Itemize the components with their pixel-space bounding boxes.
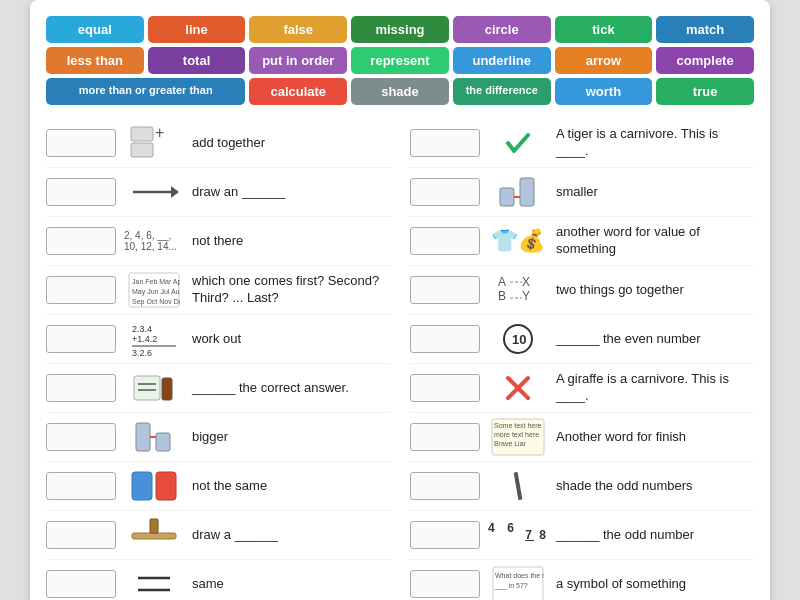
clue-icon [124,515,184,555]
chip-true[interactable]: true [656,78,754,105]
answer-input[interactable] [410,472,480,500]
answer-input[interactable] [46,129,116,157]
answer-input[interactable] [46,325,116,353]
chip-lessthan[interactable]: less than [46,47,144,74]
chip-match[interactable]: match [656,16,754,43]
clue-text: shade the odd numbers [556,478,693,495]
answer-input[interactable] [410,178,480,206]
clue-text: work out [192,331,241,348]
chip-thediff[interactable]: the difference [453,78,551,105]
chip-calculate[interactable]: calculate [249,78,347,105]
clue-row: 👕💰 another word for value of something [410,217,754,266]
clue-row: A B X Y two things go together [410,266,754,315]
chip-underline[interactable]: underline [453,47,551,74]
chip-represent[interactable]: represent [351,47,449,74]
clue-text: bigger [192,429,228,446]
chip-total[interactable]: total [148,47,246,74]
clues-grid: + add together draw an ______ 2, 4, 6, _… [46,119,754,600]
clue-icon: 2, 4, 6, __, 10, 12, 14... [124,221,184,261]
chip-arrow[interactable]: arrow [555,47,653,74]
word-bank: equal line false missing circle tick mat… [46,16,754,105]
svg-text:3.2.6: 3.2.6 [132,348,152,358]
clue-icon: + [124,123,184,163]
clue-icon: 👕💰 [488,221,548,261]
answer-input[interactable] [46,276,116,304]
answer-input[interactable] [46,521,116,549]
chip-morethan[interactable]: more than or greater than [46,78,245,105]
chip-circle[interactable]: circle [453,16,551,43]
clue-row: What does the number 5 ___ in 57? a symb… [410,560,754,600]
clue-row: Some text here more text here Brave Liar… [410,413,754,462]
svg-rect-1 [131,143,153,157]
clue-icon [124,417,184,457]
svg-marker-4 [171,186,179,198]
answer-input[interactable] [410,129,480,157]
clue-icon [124,172,184,212]
answer-input[interactable] [46,178,116,206]
svg-rect-26 [520,178,534,206]
svg-rect-27 [500,188,514,206]
svg-text:Jan Feb Mar Apr: Jan Feb Mar Apr [132,278,180,286]
svg-rect-17 [136,423,150,451]
clue-row: 4 6 7 8 ______ the odd number [410,511,754,560]
svg-rect-43 [514,472,523,500]
answer-input[interactable] [410,423,480,451]
svg-text:+: + [155,125,164,141]
answer-input[interactable] [46,570,116,598]
chip-tick[interactable]: tick [555,16,653,43]
clue-icon [488,466,548,506]
chip-worth[interactable]: worth [555,78,653,105]
clue-row: 2, 4, 6, __, 10, 12, 14... not there [46,217,390,266]
clue-row: Jan Feb Mar Apr May Jun Jul Aug Sep Oct … [46,266,390,315]
answer-input[interactable] [46,472,116,500]
clue-row: draw a ______ [46,511,390,560]
answer-input[interactable] [46,423,116,451]
svg-rect-21 [156,472,176,500]
svg-text:+1.4.2: +1.4.2 [132,334,157,344]
svg-text:What does the number 5: What does the number 5 [495,572,544,579]
chip-putinorder[interactable]: put in order [249,47,347,74]
answer-input[interactable] [410,276,480,304]
clue-row: 2.3.4 +1.4.2 3.2.6 work out [46,315,390,364]
clue-icon: Jan Feb Mar Apr May Jun Jul Aug Sep Oct … [124,270,184,310]
clue-row: 10 ______ the even number [410,315,754,364]
answer-input[interactable] [410,521,480,549]
svg-text:2.3.4: 2.3.4 [132,324,152,334]
svg-text:more text here: more text here [494,431,539,438]
clue-text: two things go together [556,282,684,299]
clue-row: bigger [46,413,390,462]
chip-line[interactable]: line [148,16,246,43]
chip-complete[interactable]: complete [656,47,754,74]
clue-icon: Some text here more text here Brave Liar [488,417,548,457]
clue-text: ______ the even number [556,331,701,348]
clue-text: ______ the odd number [556,527,694,544]
clue-text: Another word for finish [556,429,686,446]
clue-row: same [46,560,390,600]
clue-icon: What does the number 5 ___ in 57? [488,564,548,600]
clue-icon: 10 [488,319,548,359]
answer-input[interactable] [410,374,480,402]
answer-input[interactable] [410,570,480,598]
answer-input[interactable] [410,325,480,353]
clue-icon: A B X Y [488,270,548,310]
clue-row: smaller [410,168,754,217]
svg-rect-22 [132,533,176,539]
answer-input[interactable] [410,227,480,255]
clue-icon [124,368,184,408]
clue-text: a symbol of something [556,576,686,593]
main-card: equal line false missing circle tick mat… [30,0,770,600]
answer-input[interactable] [46,227,116,255]
chip-shade[interactable]: shade [351,78,449,105]
svg-rect-16 [162,378,172,400]
svg-text:B: B [498,289,506,303]
svg-text:Sep Oct Nov Dec: Sep Oct Nov Dec [132,298,180,306]
clue-text: A giraffe is a carnivore. This is ____. [556,371,754,405]
clue-icon [488,123,548,163]
right-column: A tiger is a carnivore. This is ____. sm… [410,119,754,600]
answer-input[interactable] [46,374,116,402]
clue-row: ______ the correct answer. [46,364,390,413]
chip-equal[interactable]: equal [46,16,144,43]
chip-false[interactable]: false [249,16,347,43]
left-column: + add together draw an ______ 2, 4, 6, _… [46,119,390,600]
chip-missing[interactable]: missing [351,16,449,43]
